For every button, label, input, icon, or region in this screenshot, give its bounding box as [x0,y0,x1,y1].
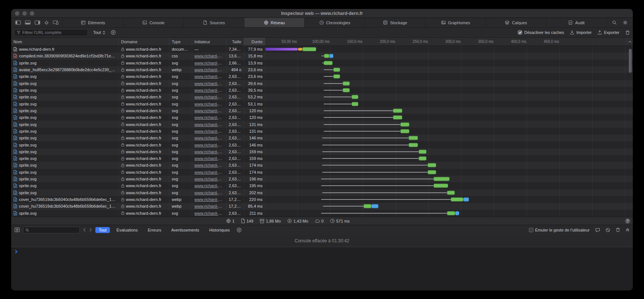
dock-right-icon[interactable] [35,21,40,25]
request-name[interactable]: sprite.svg [11,176,119,182]
disable-caches-toggle[interactable]: Désactiver les caches [518,30,564,35]
request-initiator[interactable]: www.richard-d… [192,101,226,107]
element-picker-icon[interactable] [44,21,49,25]
request-initiator[interactable]: www.richard-d… [192,73,226,80]
tab-calques[interactable]: Calques [486,18,546,27]
column-header-taille[interactable]: Taille [226,38,244,45]
help-button[interactable]: ? [625,218,630,224]
request-initiator[interactable]: www.richard-d… [192,80,226,87]
request-name[interactable]: sprite.svg [11,94,119,100]
close-window-button[interactable] [15,11,19,16]
dock-left-icon[interactable] [15,21,21,25]
dock-bottom-icon[interactable] [25,21,31,25]
table-row[interactable]: avatar_hu85ecc3e298728880b0bde2dcc4e5c23… [11,66,633,73]
request-initiator[interactable]: www.richard-d… [192,114,226,121]
request-name[interactable]: sprite.svg [11,148,119,155]
request-initiator[interactable]: www.richard-d… [192,135,226,141]
request-name[interactable]: sprite.svg [11,210,119,217]
table-row[interactable]: sprite.svgwww.richard-dern.frsvgwww.rich… [11,114,633,121]
zoom-window-button[interactable] [30,11,34,16]
request-initiator[interactable]: www.richard-d… [192,182,226,189]
request-initiator[interactable]: www.richard-d… [192,176,226,182]
table-row[interactable]: sprite.svgwww.richard-dern.frsvgwww.rich… [11,182,633,189]
tab-chronologies[interactable]: Chronologies [304,18,365,27]
device-icon[interactable] [53,21,58,25]
scroll-top-button[interactable] [627,38,633,45]
table-row[interactable]: sprite.svgwww.richard-dern.frsvgwww.rich… [11,141,633,148]
request-name[interactable]: sprite.svg [11,155,119,162]
request-name[interactable]: www.richard-dern.fr [11,46,119,53]
request-initiator[interactable]: www.richard-d… [192,169,226,176]
import-button[interactable]: Importer [570,30,591,35]
request-initiator[interactable]: www.richard-d… [192,189,226,196]
console-drawer-icon[interactable] [595,228,600,232]
resource-type-select[interactable]: Tout [92,30,107,35]
emulate-user-gesture-toggle[interactable]: Émuler le geste de l'utilisateur [529,228,590,232]
table-row[interactable]: sprite.svgwww.richard-dern.frsvgwww.rich… [11,87,633,94]
request-initiator[interactable]: www.richard-d… [192,210,226,217]
console-tab-avertissements[interactable]: Avertissements [168,227,203,233]
request-name[interactable]: sprite.svg [11,169,119,176]
gear-icon[interactable] [623,20,628,25]
console-tab-historiques[interactable]: Historiques [206,227,233,233]
request-initiator[interactable]: www.richard-d… [192,53,226,59]
table-row[interactable]: sprite.svgwww.richard-dern.frsvgwww.rich… [11,176,633,182]
console-prompt[interactable] [11,247,633,256]
title-bar[interactable]: Inspecteur web — www.richard-dern.fr [11,9,633,18]
column-header-initiateur[interactable]: Initiateur [192,38,226,45]
table-row[interactable]: sprite.svgwww.richard-dern.frsvgwww.rich… [11,80,633,87]
request-initiator[interactable]: www.richard-d… [192,66,226,73]
console-filter-icon[interactable] [15,227,20,232]
url-filter-input[interactable]: Filtrer l'URL complète [14,29,88,36]
column-header-type[interactable]: Type [169,38,192,45]
request-name[interactable]: avatar_hu85ecc3e298728880b0bde2dcc4e5c23… [11,66,119,73]
chevron-left-icon[interactable] [83,228,86,232]
tab-graphismes[interactable]: Graphismes [425,18,485,27]
search-icon[interactable] [612,20,617,25]
table-row[interactable]: sprite.svgwww.richard-dern.frsvgwww.rich… [11,148,633,155]
console-tab-evaluations[interactable]: Évaluations [113,227,141,233]
tab-reseau[interactable]: Réseau [244,18,304,27]
request-name[interactable]: compiled.min.38390909f303624ed9e1cf1bd3f… [11,53,119,59]
request-initiator[interactable]: www.richard-d… [192,121,226,128]
tab-sources[interactable]: Sources [183,18,244,27]
column-header-nom[interactable]: Nom [11,38,119,45]
column-header-duree[interactable]: Durée [244,38,265,45]
request-name[interactable]: sprite.svg [11,121,119,128]
table-row[interactable]: sprite.svgwww.richard-dern.frsvgwww.rich… [11,155,633,162]
collapse-console-icon[interactable] [626,228,629,232]
table-row[interactable]: sprite.svgwww.richard-dern.frsvgwww.rich… [11,60,633,66]
clear-network-trash-icon[interactable] [625,30,630,35]
table-row[interactable]: compiled.min.38390909f303624ed9e1cf1bd3f… [11,53,633,59]
table-row[interactable]: sprite.svgwww.richard-dern.frsvgwww.rich… [11,107,633,114]
request-name[interactable]: sprite.svg [11,128,119,135]
table-row[interactable]: sprite.svgwww.richard-dern.frsvgwww.rich… [11,128,633,135]
tab-audit[interactable]: Audit [546,18,606,27]
request-name[interactable]: sprite.svg [11,114,119,121]
request-name[interactable]: sprite.svg [11,162,119,169]
table-row[interactable]: sprite.svgwww.richard-dern.frsvgwww.rich… [11,135,633,141]
request-initiator[interactable]: www.richard-d… [192,107,226,114]
table-row[interactable]: sprite.svgwww.richard-dern.frsvgwww.rich… [11,101,633,107]
request-name[interactable]: sprite.svg [11,80,119,87]
request-initiator[interactable]: www.richard-d… [192,87,226,94]
table-row[interactable]: sprite.svgwww.richard-dern.frsvgwww.rich… [11,189,633,196]
table-row[interactable]: www.richard-dern.frwww.richard-dern.frdo… [11,46,633,53]
request-initiator[interactable]: www.richard-d… [192,162,226,169]
table-row[interactable]: cover_hu736519dc3b5040cfa48b6b559b6de6ec… [11,196,633,203]
table-row[interactable]: cover_hu736519dc3b5040cfa48b6b559b6de6ec… [11,203,633,210]
request-name[interactable]: sprite.svg [11,101,119,107]
table-row[interactable]: sprite.svgwww.richard-dern.frsvgwww.rich… [11,210,633,217]
request-name[interactable]: sprite.svg [11,107,119,114]
request-name[interactable]: cover_hu736519dc3b5040cfa48b6b559b6de6ec… [11,203,119,210]
request-name[interactable]: cover_hu736519dc3b5040cfa48b6b559b6de6ec… [11,196,119,203]
request-name[interactable]: sprite.svg [11,141,119,148]
request-initiator[interactable]: www.richard-d… [192,60,226,66]
console-input-area[interactable] [11,256,633,290]
request-initiator[interactable]: www.richard-d… [192,94,226,100]
filter-options-icon[interactable] [111,30,116,35]
request-initiator[interactable]: www.richard-d… [192,148,226,155]
request-name[interactable]: sprite.svg [11,189,119,196]
chevron-right-icon[interactable] [89,228,92,232]
request-name[interactable]: sprite.svg [11,60,119,66]
